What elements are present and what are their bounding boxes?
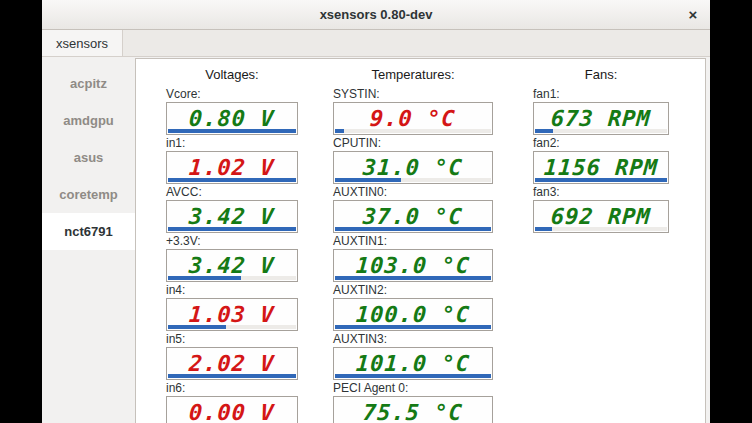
sensor-systin: SYSTIN: 9.0 °C: [333, 87, 493, 136]
sensor-value: 2.02 V: [188, 351, 275, 376]
sensor-label: AVCC:: [166, 185, 298, 200]
sensor-label: PECI Agent 0:: [333, 381, 493, 396]
sensor-bar-trough: [535, 227, 667, 231]
sidebar-item-nct6791[interactable]: nct6791: [42, 213, 135, 250]
sensor-value: 0.00 V: [188, 400, 275, 423]
sidebar-item-label: amdgpu: [63, 113, 114, 128]
sensor-in4: in4: 1.03 V: [166, 283, 298, 332]
temperatures-header: Temperatures:: [333, 67, 493, 87]
close-button[interactable]: ×: [683, 5, 703, 25]
sensor-fan2: fan2: 1156 RPM: [533, 136, 669, 185]
sensor-bar-trough: [335, 325, 491, 329]
sensor-display: 1.02 V: [166, 151, 298, 184]
sensor-in6: in6: 0.00 V: [166, 381, 298, 423]
temperatures-column: Temperatures: SYSTIN: 9.0 °C CPUTIN: 31.…: [333, 67, 493, 423]
sensor-label: AUXTIN0:: [333, 185, 493, 200]
sensor-display: 0.00 V: [166, 396, 298, 423]
sensor-label: AUXTIN1:: [333, 234, 493, 249]
sensor-label: in5:: [166, 332, 298, 347]
sensor-bar: [168, 374, 296, 378]
sensor-value: 3.42 V: [188, 253, 275, 278]
sensor-display: 2.02 V: [166, 347, 298, 380]
sidebar-item-label: nct6791: [64, 224, 112, 239]
sensor-value: 1.03 V: [188, 302, 275, 327]
sensor-bar: [168, 325, 226, 329]
sensor-bar: [168, 276, 241, 280]
sensor-value: 3.42 V: [188, 204, 275, 229]
sensor-label: in6:: [166, 381, 298, 396]
sensor-bar-trough: [535, 178, 667, 182]
fans-column: Fans: fan1: 673 RPM fan2: 1156 RPM: [533, 67, 669, 423]
fans-header: Fans:: [533, 67, 669, 87]
sensor-cputin: CPUTIN: 31.0 °C: [333, 136, 493, 185]
sidebar-item-coretemp[interactable]: coretemp: [42, 176, 135, 213]
sensor-bar-trough: [168, 178, 296, 182]
sensor-label: fan2:: [533, 136, 669, 151]
sensor-bar-trough: [335, 374, 491, 378]
titlebar[interactable]: xsensors 0.80-dev ×: [42, 0, 710, 30]
sensor-value: 673 RPM: [550, 106, 651, 131]
sensor-in1: in1: 1.02 V: [166, 136, 298, 185]
sensor-auxtin1: AUXTIN1: 103.0 °C: [333, 234, 493, 283]
sensor-value: 692 RPM: [550, 204, 651, 229]
sensor-bar: [168, 129, 296, 133]
sensor-label: AUXTIN3:: [333, 332, 493, 347]
sensor-bar-trough: [168, 325, 296, 329]
sensor-value: 75.5 °C: [362, 400, 463, 423]
sensor-label: in4:: [166, 283, 298, 298]
sensor-auxtin2: AUXTIN2: 100.0 °C: [333, 283, 493, 332]
sensor-bar: [535, 227, 552, 231]
tab-xsensors[interactable]: xsensors: [42, 30, 123, 56]
tab-label: xsensors: [56, 36, 108, 51]
sensor-display: 1.03 V: [166, 298, 298, 331]
sensor-label: fan3:: [533, 185, 669, 200]
sidebar-item-label: coretemp: [59, 187, 118, 202]
sensor-bar: [535, 178, 667, 182]
sensor-value: 31.0 °C: [362, 155, 463, 180]
sensor-value: 37.0 °C: [362, 204, 463, 229]
sensor-display: 9.0 °C: [333, 102, 493, 135]
sensor-bar: [335, 178, 401, 182]
sensor-label: Vcore:: [166, 87, 298, 102]
sensor-bar-trough: [335, 129, 491, 133]
sensor-value: 100.0 °C: [355, 302, 471, 327]
sensor-3v3: +3.3V: 3.42 V: [166, 234, 298, 283]
sensor-vcore: Vcore: 0.80 V: [166, 87, 298, 136]
sensor-label: +3.3V:: [166, 234, 298, 249]
voltages-column: Voltages: Vcore: 0.80 V in1: 1.02 V: [166, 67, 298, 423]
sensor-display: 3.42 V: [166, 200, 298, 233]
sensor-in5: in5: 2.02 V: [166, 332, 298, 381]
sensor-bar: [335, 129, 344, 133]
window-content: acpitz amdgpu asus coretemp nct6791 Volt…: [42, 57, 710, 423]
sensor-panel: Voltages: Vcore: 0.80 V in1: 1.02 V: [135, 58, 706, 423]
sensor-auxtin3: AUXTIN3: 101.0 °C: [333, 332, 493, 381]
sensor-value: 1.02 V: [188, 155, 275, 180]
sensor-display: 31.0 °C: [333, 151, 493, 184]
sidebar-item-asus[interactable]: asus: [42, 139, 135, 176]
sensor-fan1: fan1: 673 RPM: [533, 87, 669, 136]
sensor-label: AUXTIN2:: [333, 283, 493, 298]
sensor-bar: [335, 325, 491, 329]
sensor-display: 75.5 °C: [333, 396, 493, 423]
sensor-bar: [335, 374, 491, 378]
sidebar-item-acpitz[interactable]: acpitz: [42, 65, 135, 102]
tab-strip: xsensors: [42, 30, 710, 57]
sensor-display: 37.0 °C: [333, 200, 493, 233]
sidebar-item-amdgpu[interactable]: amdgpu: [42, 102, 135, 139]
sensor-bar-trough: [335, 227, 491, 231]
sensor-label: CPUTIN:: [333, 136, 493, 151]
sensor-display: 0.80 V: [166, 102, 298, 135]
sensor-display: 1156 RPM: [533, 151, 669, 184]
sensor-display: 103.0 °C: [333, 249, 493, 282]
sensor-bar: [168, 178, 296, 182]
sensor-peci-agent-0: PECI Agent 0: 75.5 °C: [333, 381, 493, 423]
sensor-display: 692 RPM: [533, 200, 669, 233]
sensor-label: SYSTIN:: [333, 87, 493, 102]
sensor-display: 100.0 °C: [333, 298, 493, 331]
sensor-bar-trough: [335, 276, 491, 280]
sensor-value: 103.0 °C: [355, 253, 471, 278]
sidebar-item-label: asus: [74, 150, 104, 165]
sensor-value: 101.0 °C: [355, 351, 471, 376]
sidebar-item-label: acpitz: [70, 76, 107, 91]
sensor-bar-trough: [535, 129, 667, 133]
